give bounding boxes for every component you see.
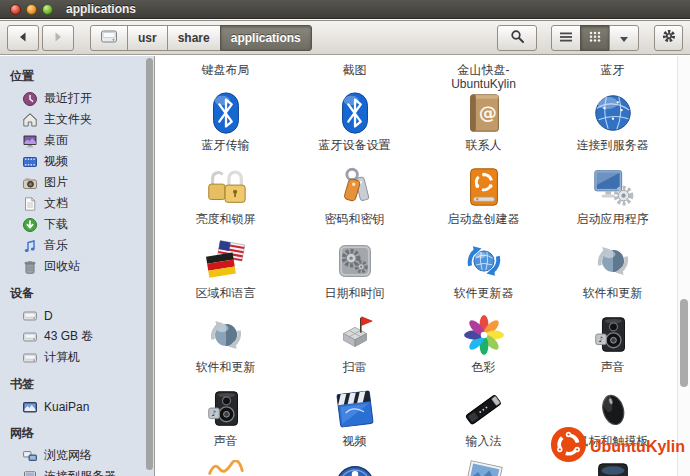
view-dropdown-button[interactable]	[609, 25, 639, 51]
sidebar-item-recent[interactable]: 最近打开	[0, 88, 154, 109]
app-item[interactable]: 蓝牙传输	[161, 89, 290, 163]
content-scrollbar-thumb[interactable]	[680, 299, 688, 387]
sidebar-item-server[interactable]: 连接到服务器	[0, 466, 154, 476]
sidebar-scrollbar[interactable]	[146, 58, 153, 470]
sidebar-item-label: D	[44, 309, 53, 323]
breadcrumb-share[interactable]: share	[167, 25, 221, 51]
app-item[interactable]: 软件和更新	[161, 311, 290, 385]
sidebar-item-label: 最近打开	[44, 90, 92, 107]
back-button[interactable]	[7, 25, 39, 51]
app-item-label: 日期和时间	[325, 286, 385, 300]
breadcrumb-label: share	[178, 31, 210, 45]
watermark-label: UbuntuKylin	[590, 438, 685, 456]
app-item[interactable]: 蓝牙设备设置	[290, 89, 419, 163]
sidebar-item-trash[interactable]: 回收站	[0, 256, 154, 277]
app-item-label: 键盘布局	[202, 63, 250, 77]
maximize-button[interactable]	[42, 4, 53, 15]
sidebar-item-label: 图片	[44, 174, 68, 191]
app-item[interactable]: 输入法	[419, 385, 548, 459]
software-updates-icon	[590, 237, 636, 285]
sidebar-item-desktop[interactable]: 桌面	[0, 130, 154, 151]
home-icon	[22, 112, 38, 128]
settings-button[interactable]	[654, 25, 683, 51]
app-item[interactable]	[419, 459, 548, 476]
grid-row: 软件和更新扫雷色彩♪声音	[161, 311, 678, 385]
sidebar-item-label: 下载	[44, 216, 68, 233]
sidebar-item-documents[interactable]: 文档	[0, 193, 154, 214]
app-item[interactable]: 启动应用程序	[548, 163, 677, 237]
startup-apps-icon	[590, 163, 636, 211]
app-item-label: 扫雷	[343, 360, 367, 374]
app-item[interactable]	[290, 459, 419, 476]
app-item[interactable]: ♪声音	[548, 311, 677, 385]
sidebar-item-kuaipan[interactable]: KuaiPan	[0, 396, 154, 417]
app-item[interactable]: 密码和密钥	[290, 163, 419, 237]
breadcrumb-applications[interactable]: applications	[220, 25, 312, 51]
locks-icon	[203, 163, 249, 211]
app-item[interactable]: 视频	[290, 385, 419, 459]
app-item-label: 联系人	[466, 138, 502, 152]
sidebar-item-label: 桌面	[44, 132, 68, 149]
breadcrumb-usr[interactable]: usr	[127, 25, 168, 51]
software-updates-icon	[203, 311, 249, 359]
app-item[interactable]: 金山快盘-UbuntuKylin	[419, 62, 548, 89]
breadcrumb-label: usr	[138, 31, 157, 45]
list-view-button[interactable]	[551, 25, 581, 51]
app-item[interactable]: 日期和时间	[290, 237, 419, 311]
sidebar-item-label: 主文件夹	[44, 111, 92, 128]
sidebar-item-music[interactable]: 音乐	[0, 235, 154, 256]
sidebar-item-drive[interactable]: D	[0, 305, 154, 326]
app-item[interactable]: 蓝牙	[548, 62, 677, 89]
documents-icon	[22, 196, 38, 212]
app-item[interactable]: 区域和语言	[161, 237, 290, 311]
app-item-label: 蓝牙	[601, 63, 625, 77]
sidebar-item-downloads[interactable]: 下载	[0, 214, 154, 235]
app-item[interactable]: ♪声音	[161, 385, 290, 459]
app-item[interactable]: 扫雷	[290, 311, 419, 385]
file-grid-area: 键盘布局截图金山快盘-UbuntuKylin蓝牙蓝牙传输蓝牙设备设置@联系人连接…	[156, 56, 690, 476]
bluetooth-icon	[332, 89, 378, 137]
forward-button[interactable]	[42, 25, 74, 51]
computer-icon	[22, 350, 38, 366]
app-item[interactable]: 软件更新器	[419, 237, 548, 311]
breadcrumb: usrshareapplications	[90, 25, 312, 51]
app-item[interactable]: 软件和更新	[548, 237, 677, 311]
sidebar-item-pictures[interactable]: 图片	[0, 172, 154, 193]
sidebar-section-header: 网络	[10, 425, 146, 442]
search-button[interactable]	[497, 25, 537, 51]
list-view-icon	[559, 29, 573, 47]
window-title: applications	[66, 2, 136, 16]
app-item[interactable]: 色彩	[419, 311, 548, 385]
grid-row: 蓝牙传输蓝牙设备设置@联系人连接到服务器	[161, 89, 678, 163]
sidebar-item-computer[interactable]: 计算机	[0, 347, 154, 368]
app-item[interactable]: 启动盘创建器	[419, 163, 548, 237]
app-item-label: 亮度和锁屏	[196, 212, 256, 226]
sidebar-item-video[interactable]: 视频	[0, 151, 154, 172]
pictures-icon	[22, 175, 38, 191]
kuaipan-icon	[22, 399, 38, 415]
sidebar-item-label: 文档	[44, 195, 68, 212]
svg-text:♪: ♪	[211, 409, 216, 418]
sidebar-item-label: 43 GB 卷	[44, 328, 93, 345]
app-item[interactable]: 截图	[290, 62, 419, 89]
grid-view-button[interactable]	[580, 25, 610, 51]
sidebar-item-label: 回收站	[44, 258, 80, 275]
app-item[interactable]	[161, 459, 290, 476]
flags-icon	[203, 237, 249, 285]
sidebar-item-drive[interactable]: 43 GB 卷	[0, 326, 154, 347]
app-item[interactable]: 连接到服务器	[548, 89, 677, 163]
app-item[interactable]: 亮度和锁屏	[161, 163, 290, 237]
app-item[interactable]: 键盘布局	[161, 62, 290, 89]
close-button[interactable]	[10, 4, 21, 15]
sidebar-section-header: 位置	[10, 68, 146, 85]
minimize-button[interactable]	[26, 4, 37, 15]
app-item-label: 截图	[343, 63, 367, 77]
drive-icon	[22, 308, 38, 324]
content-scrollbar-track[interactable]	[677, 56, 690, 476]
app-item[interactable]: @联系人	[419, 89, 548, 163]
server-icon	[22, 469, 38, 476]
sound-icon: ♪	[203, 385, 249, 433]
sidebar-item-home[interactable]: 主文件夹	[0, 109, 154, 130]
sidebar-item-network[interactable]: 浏览网络	[0, 445, 154, 466]
breadcrumb-drive-button[interactable]	[90, 25, 128, 51]
